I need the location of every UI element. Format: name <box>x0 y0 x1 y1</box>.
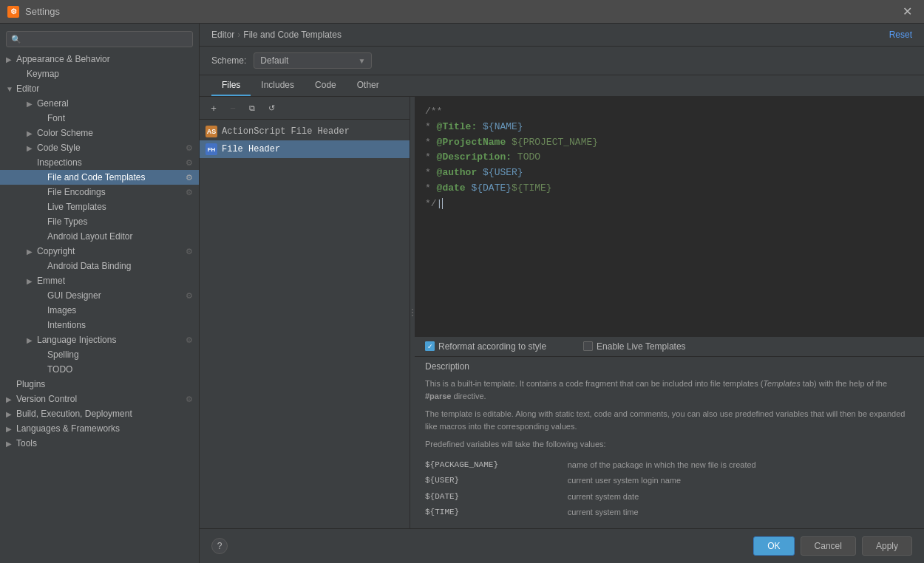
apply-button[interactable]: Apply <box>862 536 912 556</box>
var-name: ${TIME} <box>425 505 568 521</box>
file-header-icon: FH <box>205 143 217 155</box>
code-editor[interactable]: /** * @Title: ${NAME} * @ProjectName ${P… <box>415 97 924 336</box>
arrow-icon: ▶ <box>27 277 37 285</box>
sidebar-item-label: TODO <box>47 364 72 375</box>
live-templates-option[interactable]: Enable Live Templates <box>583 341 686 352</box>
scheme-select[interactable]: Default ▼ <box>254 52 372 69</box>
description-area: Description This is a built-in template.… <box>415 356 924 528</box>
arrow-icon: ▼ <box>6 85 16 93</box>
sidebar-item-android-data-binding[interactable]: Android Data Binding <box>0 259 199 273</box>
scheme-label: Scheme: <box>211 55 246 66</box>
sidebar-item-live-templates[interactable]: Live Templates <box>0 199 199 214</box>
sidebar-item-todo[interactable]: TODO <box>0 362 199 377</box>
sidebar-item-languages[interactable]: ▶ Languages & Frameworks <box>0 421 199 436</box>
cancel-button[interactable]: Cancel <box>801 536 856 556</box>
sidebar-item-emmet[interactable]: ▶ Emmet <box>0 273 199 288</box>
sidebar-item-intentions[interactable]: Intentions <box>0 318 199 332</box>
title-bar: ⚙ Settings ✕ <box>0 0 924 24</box>
file-item-actionscript[interactable]: AS ActionScript File Header <box>200 123 410 140</box>
sidebar-item-images[interactable]: Images <box>0 303 199 318</box>
sidebar-item-tools[interactable]: ▶ Tools <box>0 436 199 451</box>
sidebar-item-color-scheme[interactable]: ▶ Color Scheme <box>0 126 199 140</box>
sidebar-item-editor[interactable]: ▼ Editor <box>0 81 199 96</box>
sidebar-item-label: Emmet <box>37 276 65 286</box>
sidebar-item-label: Version Control <box>16 394 77 404</box>
search-box[interactable]: 🔍 <box>6 31 193 47</box>
reset-link[interactable]: Reset <box>889 30 912 40</box>
sidebar-item-label: File Encodings <box>47 187 106 197</box>
reset-to-default-button[interactable]: ↺ <box>263 100 279 116</box>
close-button[interactable]: ✕ <box>898 3 917 20</box>
var-name: ${PACKAGE_NAME} <box>425 457 568 474</box>
table-row: ${DATE} current system date <box>425 489 914 505</box>
sidebar-item-label: Android Layout Editor <box>47 231 132 242</box>
arrow-icon: ▶ <box>27 336 37 344</box>
sidebar-item-label: Language Injections <box>37 335 116 345</box>
tab-files[interactable]: Files <box>211 75 251 96</box>
var-desc: current user system login name <box>568 473 914 489</box>
code-line-2: * @Title: ${NAME} <box>425 120 914 135</box>
sidebar-item-keymap[interactable]: Keymap <box>0 66 199 81</box>
reformat-checkbox[interactable] <box>425 341 435 351</box>
ok-button[interactable]: OK <box>753 536 794 556</box>
gear-icon: ⚙ <box>186 143 193 153</box>
add-button[interactable]: + <box>205 100 222 116</box>
sidebar-item-general[interactable]: ▶ General <box>0 96 199 111</box>
sidebar-item-spelling[interactable]: Spelling <box>0 347 199 362</box>
files-content: + − ⧉ ↺ AS ActionScript File Header FH <box>200 97 924 528</box>
arrow-icon: ▶ <box>6 55 16 64</box>
file-item-label: ActionScript File Header <box>222 126 350 137</box>
sidebar-item-plugins[interactable]: Plugins <box>0 377 199 392</box>
sidebar-item-file-code-templates[interactable]: File and Code Templates ⚙ <box>0 170 199 185</box>
breadcrumb-editor: Editor <box>211 30 234 40</box>
sidebar-item-inspections[interactable]: Inspections ⚙ <box>0 155 199 170</box>
sidebar-item-label: Font <box>47 113 65 123</box>
tab-code[interactable]: Code <box>305 75 347 96</box>
reformat-option[interactable]: Reformat according to style <box>425 341 546 352</box>
tab-includes[interactable]: Includes <box>251 75 305 96</box>
file-item-header[interactable]: FH File Header <box>200 140 410 158</box>
gear-icon: ⚙ <box>186 395 193 404</box>
sidebar-item-language-injections[interactable]: ▶ Language Injections ⚙ <box>0 332 199 347</box>
file-list-toolbar: + − ⧉ ↺ <box>200 97 410 120</box>
help-button[interactable]: ? <box>211 538 228 554</box>
sidebar-item-label: Inspections <box>37 157 82 168</box>
sidebar-item-file-encodings[interactable]: File Encodings ⚙ <box>0 185 199 199</box>
sidebar-item-code-style[interactable]: ▶ Code Style ⚙ <box>0 140 199 155</box>
arrow-icon: ▶ <box>27 129 37 137</box>
sidebar-item-android-layout[interactable]: Android Layout Editor <box>0 229 199 244</box>
variables-table: ${PACKAGE_NAME} name of the package in w… <box>425 457 914 521</box>
description-header: Description <box>415 357 924 373</box>
file-item-label: File Header <box>222 144 280 154</box>
search-input[interactable] <box>24 34 188 44</box>
sidebar-item-label: Appearance & Behavior <box>16 54 110 64</box>
sidebar-item-label: Spelling <box>47 349 79 360</box>
code-line-5: * @author ${USER} <box>425 166 914 181</box>
gear-icon: ⚙ <box>186 247 193 256</box>
live-templates-checkbox[interactable] <box>583 341 593 351</box>
tabs-row: Files Includes Code Other <box>200 75 924 97</box>
code-line-3: * @ProjectName ${PROJECT_NAME} <box>425 135 914 151</box>
sidebar-item-copyright[interactable]: ▶ Copyright ⚙ <box>0 244 199 259</box>
file-list-panel: + − ⧉ ↺ AS ActionScript File Header FH <box>200 97 410 528</box>
sidebar-item-label: Intentions <box>47 320 86 330</box>
file-item-icon-fh: FH <box>205 143 217 155</box>
app-icon: ⚙ <box>7 6 19 18</box>
sidebar-item-appearance[interactable]: ▶ Appearance & Behavior <box>0 52 199 66</box>
content-area: Editor › File and Code Templates Reset S… <box>200 24 924 563</box>
sidebar-item-version-control[interactable]: ▶ Version Control ⚙ <box>0 392 199 406</box>
sidebar-item-font[interactable]: Font <box>0 111 199 126</box>
sidebar-item-file-types[interactable]: File Types <box>0 214 199 229</box>
tab-other[interactable]: Other <box>347 75 390 96</box>
actionscript-icon: AS <box>205 126 217 137</box>
options-bar: Reformat according to style Enable Live … <box>415 336 924 356</box>
sidebar-item-label: Code Style <box>37 143 81 153</box>
sidebar-item-build[interactable]: ▶ Build, Execution, Deployment <box>0 406 199 421</box>
copy-button[interactable]: ⧉ <box>244 100 260 116</box>
scheme-row: Scheme: Default ▼ <box>200 47 924 75</box>
sidebar: 🔍 ▶ Appearance & Behavior Keymap ▼ Edito… <box>0 24 200 563</box>
sidebar-item-label: File and Code Templates <box>47 172 146 182</box>
sidebar-item-label: General <box>37 98 69 109</box>
remove-button[interactable]: − <box>225 100 241 116</box>
sidebar-item-gui-designer[interactable]: GUI Designer ⚙ <box>0 288 199 303</box>
